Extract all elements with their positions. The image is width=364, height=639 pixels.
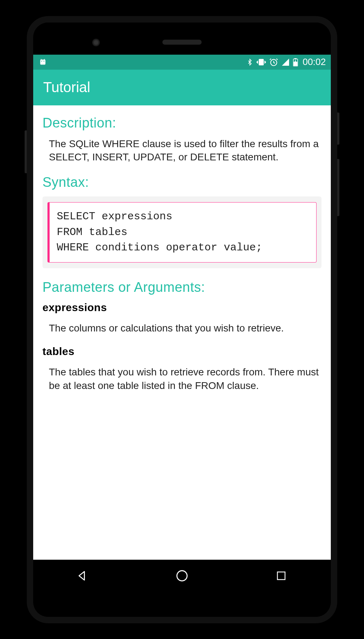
vibrate-icon (256, 58, 266, 67)
recents-button[interactable] (273, 568, 289, 584)
device-top-bezel (33, 23, 331, 55)
svg-point-8 (177, 570, 187, 581)
clock-text: 00:02 (303, 56, 326, 68)
description-text: The SQLite WHERE clause is used to filte… (42, 137, 322, 164)
description-heading: Description: (42, 115, 322, 131)
navigation-bar (33, 560, 331, 592)
syntax-heading: Syntax: (42, 175, 322, 190)
battery-icon (293, 58, 298, 67)
code-container: SELECT expressions FROM tables WHERE con… (42, 196, 322, 268)
params-heading: Parameters or Arguments: (42, 280, 322, 295)
svg-point-2 (44, 61, 44, 61)
param-text: The tables that you wish to retrieve rec… (42, 365, 322, 393)
signal-icon (281, 58, 290, 66)
status-bar: 00:02 (33, 55, 331, 70)
content-scroll[interactable]: Description: The SQLite WHERE clause is … (33, 105, 331, 560)
earpiece-speaker (162, 40, 202, 45)
home-button[interactable] (174, 568, 190, 584)
alarm-icon (269, 58, 278, 67)
svg-point-1 (41, 61, 42, 61)
param-text: The columns or calculations that you wis… (42, 321, 322, 335)
app-title: Tutorial (43, 79, 90, 95)
device-frame: 00:02 Tutorial Description: The SQLite W… (27, 16, 337, 623)
svg-rect-6 (294, 58, 297, 59)
device-bottom-bezel (33, 592, 331, 617)
svg-rect-9 (277, 572, 285, 579)
back-button[interactable] (75, 568, 91, 584)
front-camera (92, 39, 100, 46)
syntax-code: SELECT expressions FROM tables WHERE con… (47, 202, 317, 263)
svg-rect-0 (41, 60, 45, 64)
param-name: expressions (42, 301, 322, 314)
param-name: tables (42, 345, 322, 358)
app-bar: Tutorial (33, 70, 331, 105)
android-icon (38, 58, 47, 67)
svg-rect-3 (259, 59, 263, 65)
bluetooth-icon (246, 58, 253, 67)
